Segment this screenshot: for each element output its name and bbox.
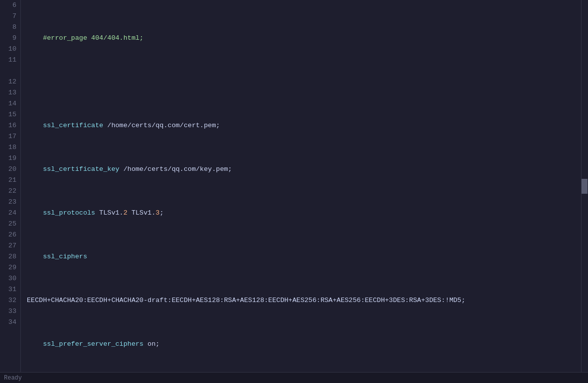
ln-33: 33 bbox=[4, 306, 16, 317]
ln-21: 21 bbox=[4, 175, 16, 186]
ln-12: 12 bbox=[4, 77, 16, 87]
code-line-7 bbox=[27, 77, 581, 87]
ln-24: 24 bbox=[4, 208, 16, 219]
status-bar: Ready bbox=[0, 372, 588, 383]
ln-25: 25 bbox=[4, 219, 16, 230]
code-line-6: #error_page 404/404.html; bbox=[27, 33, 581, 44]
ln-14: 14 bbox=[4, 98, 16, 109]
ln-11: 11 bbox=[4, 55, 16, 66]
ln-9: 9 bbox=[4, 33, 16, 44]
ln-34: 34 bbox=[4, 317, 16, 328]
ln-29: 29 bbox=[4, 262, 16, 273]
ln-17: 17 bbox=[4, 131, 16, 142]
ln-30: 30 bbox=[4, 273, 16, 284]
ln-16: 16 bbox=[4, 120, 16, 131]
ln-18: 18 bbox=[4, 142, 16, 153]
ln-32: 32 bbox=[4, 295, 16, 306]
code-line-9: ssl_certificate_key /home/certs/qq.com/k… bbox=[27, 164, 581, 175]
ln-23: 23 bbox=[4, 197, 16, 208]
code-area: 6 7 8 9 10 11 12 13 14 15 16 17 18 19 20… bbox=[0, 0, 588, 372]
ln-19: 19 bbox=[4, 153, 16, 164]
editor-container: 6 7 8 9 10 11 12 13 14 15 16 17 18 19 20… bbox=[0, 0, 588, 383]
ln-15: 15 bbox=[4, 109, 16, 120]
code-line-10: ssl_protocols TLSv1.2 TLSv1.3; bbox=[27, 208, 581, 219]
scrollbar-thumb[interactable] bbox=[582, 179, 588, 194]
ln-26: 26 bbox=[4, 230, 16, 240]
code-content[interactable]: #error_page 404/404.html; ssl_certificat… bbox=[21, 0, 581, 372]
ln-13: 13 bbox=[4, 87, 16, 98]
ln-27: 27 bbox=[4, 240, 16, 251]
status-text: Ready bbox=[4, 375, 22, 382]
ln-28: 28 bbox=[4, 251, 16, 262]
code-line-11b: EECDH+CHACHA20:EECDH+CHACHA20-draft:EECD… bbox=[27, 295, 581, 306]
code-line-12: ssl_prefer_server_ciphers on; bbox=[27, 339, 581, 350]
scrollbar-vertical[interactable] bbox=[581, 0, 588, 372]
code-line-11: ssl_ciphers bbox=[27, 251, 581, 262]
code-line-8: ssl_certificate /home/certs/qq.com/cert.… bbox=[27, 120, 581, 131]
ln-8: 8 bbox=[4, 22, 16, 33]
ln-11b bbox=[4, 66, 16, 77]
ln-20: 20 bbox=[4, 164, 16, 175]
ln-10: 10 bbox=[4, 44, 16, 55]
ln-7: 7 bbox=[4, 11, 16, 22]
ln-6: 6 bbox=[4, 0, 16, 11]
ln-22: 22 bbox=[4, 186, 16, 197]
ln-31: 31 bbox=[4, 284, 16, 295]
line-numbers: 6 7 8 9 10 11 12 13 14 15 16 17 18 19 20… bbox=[0, 0, 21, 372]
